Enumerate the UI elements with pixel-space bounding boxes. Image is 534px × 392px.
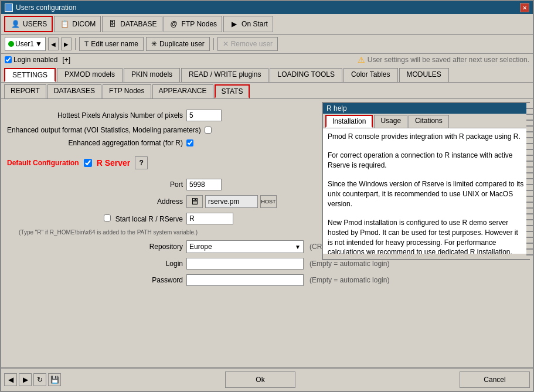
toolbar-users-label: USERS [23,20,47,28]
duplicate-user-button[interactable]: ✳ Duplicate user [146,37,210,51]
password-row: Password (Empty = automatic login) [7,274,527,286]
duplicate-user-label: Duplicate user [159,40,205,48]
password-extra: (Empty = automatic login) [309,276,389,284]
sub-tab-report[interactable]: REPORT [4,84,46,98]
aggregation-label: Enhanced aggregation format (for R) [7,139,183,147]
toolbar-dicom-label: DICOM [72,20,96,28]
tab-pkin[interactable]: PKIN models [124,68,180,82]
dropdown-arrow-icon: ▼ [295,244,301,250]
sub-tab-ftp[interactable]: FTP Nodes [103,84,151,98]
toolbar: 👤 USERS 📋 DICOM 🗄 DATABASE @ FTP Nodes ▶… [1,14,533,35]
torn-edge-decoration [526,103,533,259]
user-selector[interactable]: User1 ▼ [5,37,46,51]
warning-message: ⚠ User settings will be saved after next… [358,55,529,64]
separator2 [213,38,214,50]
help-popup: R help Installation Usage Citations Pmod… [322,102,530,260]
duplicate-icon: ✳ [151,40,157,48]
address-input[interactable] [205,195,258,208]
tab-loading[interactable]: LOADING TOOLS [270,68,342,82]
tab-settings[interactable]: SETTINGS [4,68,56,82]
repository-dropdown[interactable]: Europe ▼ [186,240,304,253]
login-enabled-label[interactable]: Login enabled [5,56,57,64]
sub-tab-databases[interactable]: DATABASES [47,84,101,98]
help-tabs: Installation Usage Citations [323,114,529,128]
help-popup-title-bar: R help [323,103,529,114]
sub-tabs: REPORT DATABASES FTP Nodes APPEARANCE ST… [1,83,533,99]
toolbar-database-button[interactable]: 🗄 DATABASE [102,16,162,32]
hottest-pixels-input[interactable] [186,110,222,121]
ok-label: Ok [256,376,264,384]
cancel-button[interactable]: Cancel [460,371,530,388]
extra-label: [+] [62,56,70,64]
nav-first-button[interactable]: ◀ [4,373,17,386]
tab-pxmod[interactable]: PXMOD models [57,68,123,82]
password-input[interactable] [186,274,304,286]
start-local-checkbox[interactable] [104,214,111,221]
tab-modules[interactable]: MODULES [399,68,449,82]
toolbar-onstart-button[interactable]: ▶ On Start [223,16,273,32]
tab-color[interactable]: Color Tables [343,68,397,82]
r-server-checkbox[interactable] [84,159,92,167]
server-icon-symbol: 🖥 [190,196,199,207]
remove-user-button[interactable]: ✕ Remove user [217,37,278,51]
toolbar-ftp-button[interactable]: @ FTP Nodes [164,16,222,32]
login-input[interactable] [186,258,304,270]
remove-user-label: Remove user [231,40,273,48]
warning-text-label: User settings will be saved after next u… [368,56,529,64]
help-tab-citations[interactable]: Citations [409,115,449,128]
login-enabled-checkbox[interactable] [5,56,12,63]
bottom-bar: ◀ ▶ ↻ 💾 Ok Cancel [1,367,533,391]
help-tab-usage[interactable]: Usage [374,115,407,128]
users-icon: 👤 [10,19,21,29]
login-enabled-text: Login enabled [13,56,57,64]
edit-text-icon: T [84,40,89,48]
warning-icon: ⚠ [358,55,365,64]
port-input[interactable] [186,179,222,190]
login-label: Login [7,260,183,268]
address-input-group: 🖥 HOST [186,195,277,208]
nav-prev-button[interactable]: ▶ [19,373,32,386]
password-label: Password [7,276,183,284]
content-area: Hottest Pixels Analysis Number of pixels… [1,99,533,367]
hottest-pixels-label: Hottest Pixels Analysis Number of pixels [7,111,183,120]
tab-readwrite[interactable]: READ / WRITE plugins [181,68,268,82]
user-bar: User1 ▼ ◀ ▶ T Edit user name ✳ Duplicate… [1,35,533,54]
close-button[interactable]: ✕ [520,3,529,12]
ok-button[interactable]: Ok [225,371,295,388]
toolbar-ftp-label: FTP Nodes [182,20,217,28]
r-server-label: R Server [97,158,131,168]
user-prev-button[interactable]: ◀ [48,38,59,50]
main-tabs: SETTINGS PXMOD models PKIN models READ /… [1,66,533,83]
repository-label: Repository [7,243,183,251]
nav-refresh-button[interactable]: ↻ [33,373,46,386]
login-extra: (Empty = automatic login) [309,260,389,268]
nav-save-button[interactable]: 💾 [48,373,61,386]
toolbar-database-label: DATABASE [120,20,157,28]
toolbar-onstart-label: On Start [242,20,268,28]
separator [75,38,76,50]
default-config-label: Default Configuration [7,159,79,167]
start-local-input[interactable] [186,213,233,224]
server-type-icon: 🖥 [186,195,203,208]
onstart-icon: ▶ [229,19,239,29]
user-status-dot [8,41,14,47]
r-server-help-button[interactable]: ? [135,156,148,169]
dicom-icon: 📋 [59,19,70,29]
help-tab-installation[interactable]: Installation [325,115,373,128]
info-bar: Login enabled [+] ⚠ User settings will b… [1,54,533,66]
enhanced-output-checkbox[interactable] [205,127,212,134]
title-bar: Users configuration ✕ [1,1,533,14]
user-name-label: User1 [15,40,34,48]
enhanced-output-label: Enhanced output format (VOI Statistics, … [7,126,201,134]
window-title: Users configuration [16,4,76,12]
edit-username-button[interactable]: T Edit user name [79,37,144,51]
user-next-button[interactable]: ▶ [61,38,72,50]
toolbar-dicom-button[interactable]: 📋 DICOM [54,16,101,32]
help-popup-title: R help [326,104,347,113]
remove-icon: ✕ [223,40,229,48]
sub-tab-stats[interactable]: STATS [215,84,250,98]
aggregation-checkbox[interactable] [186,139,193,146]
user-dropdown-arrow: ▼ [35,40,42,48]
sub-tab-appearance[interactable]: APPEARANCE [152,84,213,98]
toolbar-users-button[interactable]: 👤 USERS [4,16,53,32]
